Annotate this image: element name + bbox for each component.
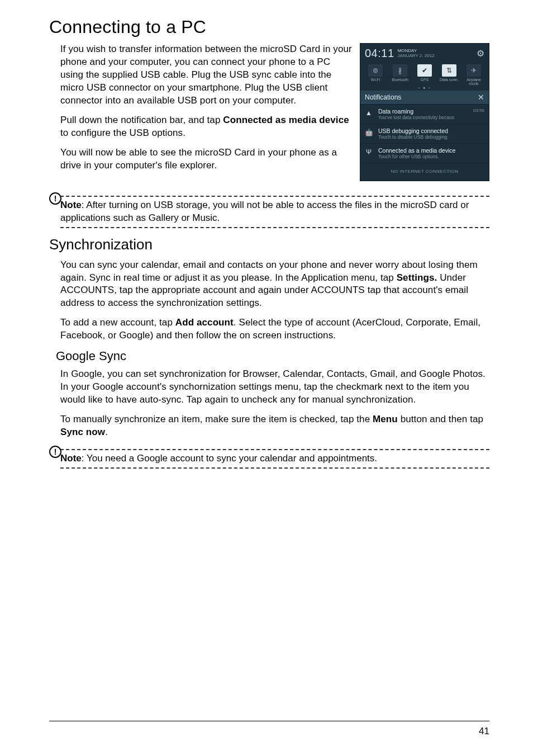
toggle-data-label: Data conn.	[440, 78, 459, 82]
toggle-air-label: Airplane mode	[462, 78, 486, 86]
toggle-bluetooth: ∦Bluetooth	[388, 64, 412, 86]
notif-title: USB debugging connected	[378, 127, 484, 134]
note-usb-storage: ! Note: After turning on USB storage, yo…	[49, 196, 489, 228]
toggle-gps: ✔GPS	[413, 64, 436, 86]
toggle-bt-label: Bluetooth	[392, 78, 408, 82]
notif-title: Connected as a media device	[378, 147, 484, 154]
text-bold: Settings.	[397, 272, 437, 283]
notif-sub: You've lost data connectivity becaus	[378, 115, 468, 120]
page-number: 41	[479, 726, 489, 737]
notif-sub: Touch for other USB options.	[378, 154, 484, 159]
text-span: .	[105, 427, 108, 437]
notification-usb-debug: 🤖 USB debugging connected Touch to disab…	[360, 124, 489, 143]
screenshot-date: MONDAY JANUARY 2, 2012	[398, 49, 435, 58]
text-span: To add a new account, tap	[60, 317, 175, 328]
footer-rule	[49, 721, 489, 721]
notification-data-roaming: ▲ Data roaming You've lost data connecti…	[360, 104, 489, 124]
alert-icon: !	[49, 446, 61, 458]
note-body: : After turning on USB storage, you will…	[60, 200, 469, 223]
heading-synchronization: Synchronization	[49, 236, 489, 253]
text-bold: Sync now	[60, 427, 105, 437]
text-span: button and then tap	[398, 414, 483, 424]
toggle-wifi-label: Wi-Fi	[371, 78, 380, 82]
screenshot-time: 04:11	[365, 47, 394, 60]
phone-screenshot: 04:11 MONDAY JANUARY 2, 2012 ⚙ ⊚Wi-Fi ∦B…	[360, 43, 489, 181]
text-span: To manually synchronize an item, make su…	[60, 414, 373, 424]
text-bold: Connected as media device	[223, 115, 349, 125]
alert-icon: !	[49, 192, 61, 205]
heading-google-sync: Google Sync	[56, 349, 489, 363]
note-label: Note	[60, 453, 82, 464]
heading-connecting-to-pc: Connecting to a PC	[49, 17, 489, 37]
para-manual-sync: To manually synchronize an item, make su…	[60, 413, 489, 439]
notif-sub: Touch to disable USB debugging.	[378, 134, 484, 140]
note-label: Note	[60, 200, 82, 210]
text-span: Pull down the notification bar, and tap	[60, 115, 223, 125]
note-body: : You need a Google account to sync your…	[82, 453, 377, 464]
android-icon: 🤖	[365, 129, 373, 136]
notification-media-device: Ψ Connected as a media device Touch for …	[360, 143, 489, 163]
toggle-gps-label: GPS	[421, 78, 429, 82]
screenshot-date-full: JANUARY 2, 2012	[398, 53, 435, 58]
para-google-sync: In Google, you can set synchronization f…	[60, 368, 489, 407]
page-dots: ● ● ●	[360, 86, 489, 89]
para-add-account: To add a new account, tap Add account. S…	[60, 316, 489, 342]
note-google-account: ! Note: You need a Google account to syn…	[49, 449, 489, 469]
notifications-header: Notifications	[365, 93, 401, 101]
toggle-wifi: ⊚Wi-Fi	[364, 64, 387, 86]
toggle-airplane: ✈Airplane mode	[462, 64, 486, 86]
no-connection-label: NO INTERNET CONNECTION	[360, 163, 489, 181]
settings-icon: ⚙	[477, 48, 484, 59]
warning-icon: ▲	[365, 109, 373, 117]
usb-icon: Ψ	[365, 148, 373, 156]
toggle-data: ⇅Data conn.	[437, 64, 461, 86]
notif-time: 03:56	[473, 108, 484, 113]
text-span: to configure the USB options.	[60, 127, 185, 138]
text-bold: Menu	[373, 414, 398, 424]
para-sync-intro: You can sync your calendar, email and co…	[60, 259, 489, 310]
text-bold: Add account	[175, 317, 234, 328]
notif-title: Data roaming	[378, 108, 468, 115]
close-icon: ✕	[478, 93, 484, 102]
